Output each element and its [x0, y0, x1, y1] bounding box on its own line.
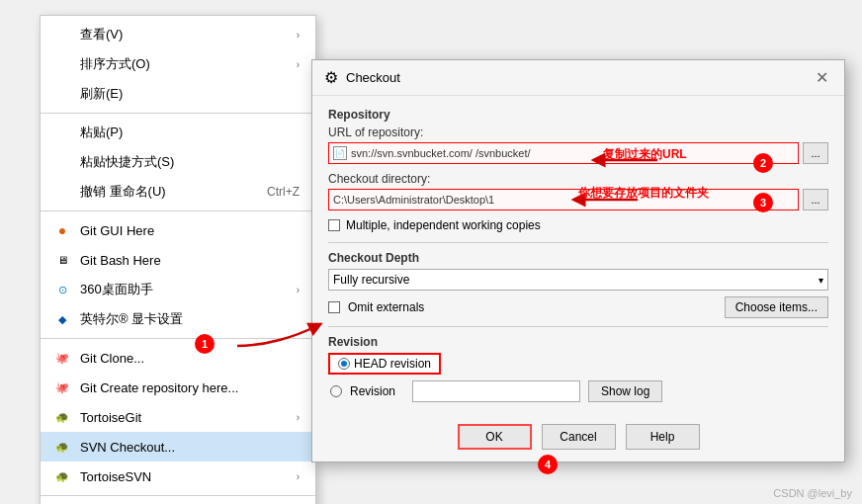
checkout-dialog: ⚙ Checkout ✕ Repository URL of repositor… [311, 59, 845, 462]
dialog-footer: OK Cancel Help [312, 414, 844, 462]
menu-item-svn-checkout[interactable]: 🐢 SVN Checkout... [41, 432, 315, 462]
menu-item-git-bash[interactable]: 🖥 Git Bash Here [41, 245, 315, 275]
head-revision-label: HEAD revision [354, 357, 431, 371]
dialog-close-button[interactable]: ✕ [812, 68, 832, 87]
arrow-icon: › [297, 412, 300, 423]
menu-item-360[interactable]: ⊙ 360桌面助手 › [41, 275, 315, 304]
separator-4 [41, 495, 315, 496]
menu-item-paste-shortcut[interactable]: 粘贴快捷方式(S) [41, 147, 315, 177]
menu-item-git-bash-label: Git Bash Here [80, 253, 161, 268]
git-gui-icon: ● [52, 220, 72, 240]
section-divider-1 [328, 242, 828, 243]
cancel-button[interactable]: Cancel [542, 424, 616, 450]
annotation-bubble-4: 4 [538, 455, 558, 474]
annotation-bubble-1: 1 [195, 334, 215, 354]
menu-item-view[interactable]: 查看(V) › [41, 20, 315, 49]
head-revision-radio[interactable] [338, 358, 350, 370]
menu-item-git-gui[interactable]: ● Git GUI Here [41, 215, 315, 245]
dialog-title: Checkout [346, 70, 400, 85]
omit-externals-row: Omit externals Choose items... [328, 296, 828, 318]
menu-item-git-create-label: Git Create repository here... [80, 380, 238, 395]
dialog-body: Repository URL of repository: 📄 svn://sv… [312, 96, 844, 414]
menu-item-tortoisegit[interactable]: 🐢 TortoiseGit › [41, 402, 315, 432]
revision-label: Revision [350, 384, 404, 398]
menu-item-paste[interactable]: 粘贴(P) [41, 118, 315, 147]
separator-2 [41, 210, 315, 211]
git-clone-icon: 🐙 [52, 348, 72, 368]
repository-section-label: Repository [328, 108, 828, 122]
omit-externals-label: Omit externals [348, 300, 717, 314]
annotation-arrow-1 [227, 306, 326, 366]
menu-item-tortoisesvn[interactable]: 🐢 TortoiseSVN › [41, 462, 315, 491]
paste-shortcut-icon [52, 152, 72, 172]
depth-select-row: Fully recursive ▾ [328, 269, 828, 291]
revision-section-label: Revision [328, 335, 828, 349]
menu-item-undo[interactable]: 撤销 重命名(U) Ctrl+Z [41, 177, 315, 207]
arrow-icon: › [297, 471, 300, 482]
multiple-copies-row: Multiple, independent working copies [328, 218, 828, 232]
url-annotation-text: 复制过来的URL [603, 146, 687, 163]
tortoisesvn-icon: 🐢 [52, 466, 72, 486]
menu-item-refresh[interactable]: 刷新(E) [41, 79, 315, 109]
help-button[interactable]: Help [626, 424, 700, 450]
multiple-copies-label: Multiple, independent working copies [346, 218, 541, 232]
depth-value: Fully recursive [333, 273, 409, 287]
show-log-button[interactable]: Show log [588, 380, 662, 402]
dir-annotation-text: 你想要存放项目的文件夹 [578, 185, 709, 202]
arrow-icon: › [297, 285, 300, 295]
revision-input[interactable] [412, 380, 580, 402]
url-input[interactable]: 📄 svn://svn.svnbucket.com/ /svnbucket/ [328, 142, 799, 164]
menu-item-git-gui-label: Git GUI Here [80, 223, 154, 238]
url-value: svn://svn.svnbucket.com/ /svnbucket/ [351, 147, 531, 159]
ok-button[interactable]: OK [458, 424, 532, 450]
arrow-icon: › [297, 30, 300, 41]
tortoisegit-icon: 🐢 [52, 407, 72, 427]
sort-icon [52, 54, 72, 74]
revision-radio[interactable] [330, 385, 342, 397]
context-menu: 查看(V) › 排序方式(O) › 刷新(E) 粘贴(P) 粘贴快捷方式(S) … [40, 15, 316, 504]
360-icon: ⊙ [52, 280, 72, 299]
menu-item-refresh-label: 刷新(E) [80, 85, 123, 103]
menu-item-paste-label: 粘贴(P) [80, 124, 123, 141]
choose-items-button[interactable]: Choose items... [725, 296, 828, 318]
multiple-copies-checkbox[interactable] [328, 219, 340, 231]
ok-label: OK [485, 430, 502, 444]
menu-item-new[interactable]: 新建(W) › [41, 500, 315, 504]
menu-item-view-label: 查看(V) [80, 26, 123, 43]
show-log-label: Show log [601, 384, 649, 398]
checkout-dir-label: Checkout directory: [328, 172, 828, 186]
dropdown-arrow-icon: ▾ [819, 275, 823, 286]
arrow-icon: › [297, 59, 300, 70]
undo-shortcut: Ctrl+Z [267, 185, 300, 199]
paste-icon [52, 123, 72, 142]
checkout-dir-value: C:\Users\Administrator\Desktop\1 [333, 194, 494, 206]
head-revision-box: HEAD revision [328, 353, 441, 375]
checkout-dir-input[interactable]: C:\Users\Administrator\Desktop\1 [328, 189, 799, 210]
svn-checkout-icon: 🐢 [52, 437, 72, 457]
menu-item-tortoisegit-label: TortoiseGit [80, 410, 141, 425]
menu-item-intel-label: 英特尔® 显卡设置 [80, 310, 183, 328]
view-icon [52, 25, 72, 44]
menu-item-git-clone-label: Git Clone... [80, 351, 144, 366]
url-browse-button[interactable]: ... [803, 142, 828, 164]
checkout-dir-browse-button[interactable]: ... [803, 189, 828, 210]
head-revision-row: HEAD revision [328, 353, 828, 375]
choose-items-label: Choose items... [735, 300, 818, 314]
depth-select[interactable]: Fully recursive ▾ [328, 269, 828, 291]
url-field-label: URL of repository: [328, 126, 828, 139]
refresh-icon [52, 84, 72, 104]
omit-externals-checkbox[interactable] [328, 301, 340, 313]
menu-item-sort-label: 排序方式(O) [80, 55, 150, 73]
menu-item-tortoisesvn-label: TortoiseSVN [80, 469, 151, 484]
checkout-depth-label: Checkout Depth [328, 251, 828, 265]
separator-1 [41, 113, 315, 114]
section-divider-2 [328, 326, 828, 327]
git-create-icon: 🐙 [52, 378, 72, 397]
watermark: CSDN @levi_by [773, 487, 852, 499]
menu-item-git-create[interactable]: 🐙 Git Create repository here... [41, 373, 315, 402]
dialog-title-icon: ⚙ [324, 68, 338, 87]
menu-item-sort[interactable]: 排序方式(O) › [41, 49, 315, 79]
intel-icon: ◆ [52, 309, 72, 329]
menu-item-undo-label: 撤销 重命名(U) [80, 183, 166, 201]
undo-icon [52, 182, 72, 202]
